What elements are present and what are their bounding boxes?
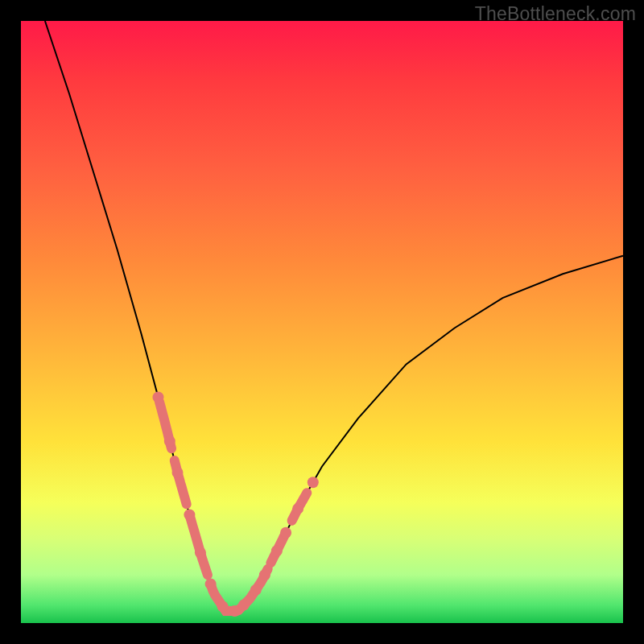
marker-segment <box>189 514 208 575</box>
watermark-text: TheBottleneck.com <box>475 3 636 25</box>
marker-dot <box>308 477 319 488</box>
curve-svg <box>21 21 623 623</box>
marker-dot <box>184 509 195 520</box>
marker-dot <box>238 600 250 611</box>
plot-area <box>21 21 623 623</box>
marker-dot <box>217 601 229 612</box>
marker-dot <box>280 527 291 539</box>
marker-dot <box>271 545 283 556</box>
bottleneck-curve <box>45 21 623 611</box>
marker-dot <box>259 569 270 580</box>
outer-frame: TheBottleneck.com <box>0 0 644 644</box>
marker-dot <box>195 547 206 559</box>
marker-dot <box>164 436 175 447</box>
marker-layer <box>153 392 319 617</box>
marker-segment <box>175 460 187 504</box>
marker-dot <box>250 584 262 596</box>
marker-dot <box>153 392 164 403</box>
marker-dot <box>205 578 217 589</box>
marker-dot <box>172 467 184 478</box>
marker-dot <box>292 503 303 514</box>
